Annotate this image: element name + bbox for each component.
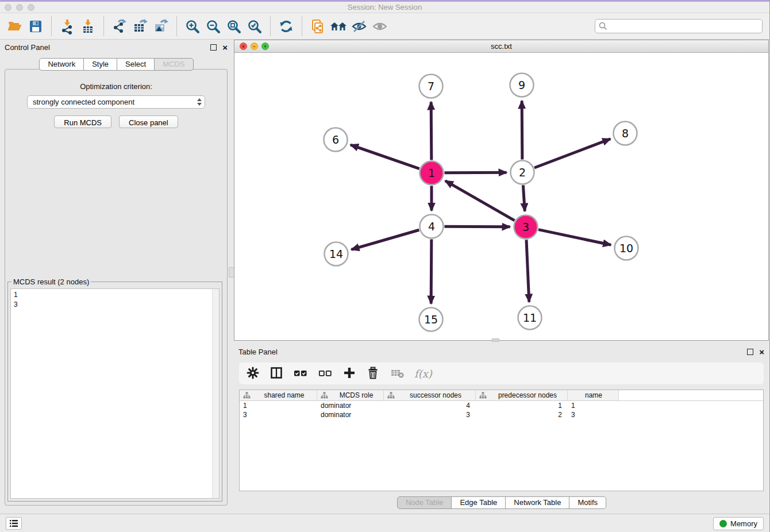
edge-4-15[interactable] bbox=[431, 239, 432, 303]
node-14[interactable]: 14 bbox=[325, 242, 348, 266]
control-panel-close-icon[interactable]: × bbox=[222, 44, 228, 51]
control-panel-float-icon[interactable] bbox=[210, 44, 217, 51]
export-table-icon[interactable] bbox=[130, 16, 151, 37]
hide-selected-icon[interactable] bbox=[349, 16, 369, 37]
tab-motifs[interactable]: Motifs bbox=[569, 496, 606, 509]
save-session-icon[interactable] bbox=[25, 16, 46, 37]
control-panel: Control Panel × NetworkStyleSelectMCDS O… bbox=[0, 40, 232, 514]
node-label: 14 bbox=[329, 248, 343, 260]
export-image-icon[interactable] bbox=[151, 16, 171, 37]
node-table: shared nameMCDS rolesuccessor nodesprede… bbox=[239, 390, 764, 491]
column-header-mcds-role[interactable]: MCDS role bbox=[317, 390, 384, 400]
select-all-icon[interactable] bbox=[293, 366, 308, 381]
network-window-title: scc.txt bbox=[234, 42, 768, 51]
first-neighbors-icon[interactable] bbox=[328, 16, 349, 37]
node-label: 3 bbox=[522, 221, 529, 233]
optimization-criterion-select[interactable]: strongly connected component bbox=[27, 95, 205, 109]
optimization-criterion-label: Optimization criterion: bbox=[5, 82, 227, 91]
tab-network-table[interactable]: Network Table bbox=[505, 496, 569, 509]
tab-edge-table[interactable]: Edge Table bbox=[451, 496, 506, 509]
edge-4-14[interactable] bbox=[351, 230, 419, 249]
column-label: name bbox=[571, 391, 616, 399]
tab-node-table[interactable]: Node Table bbox=[397, 496, 452, 509]
show-columns-icon[interactable] bbox=[270, 366, 283, 381]
table-row[interactable]: 3dominator323 bbox=[240, 410, 763, 419]
edge-2-8[interactable] bbox=[534, 139, 610, 168]
zoom-selected-icon[interactable] bbox=[244, 16, 265, 37]
table-cell: 1 bbox=[476, 401, 568, 410]
node-4[interactable]: 4 bbox=[420, 215, 444, 238]
node-label: 15 bbox=[424, 313, 438, 326]
node-label: 11 bbox=[523, 311, 537, 324]
search-input[interactable] bbox=[595, 19, 763, 33]
node-label: 9 bbox=[518, 79, 525, 91]
status-bar: Memory bbox=[0, 514, 769, 532]
column-header-shared-name[interactable]: shared name bbox=[240, 390, 317, 400]
node-10[interactable]: 10 bbox=[615, 237, 638, 260]
edge-1-6[interactable] bbox=[351, 145, 419, 169]
table-panel-close-icon[interactable]: × bbox=[759, 349, 764, 355]
tab-select[interactable]: Select bbox=[117, 58, 155, 71]
column-header-predecessor-nodes[interactable]: predecessor nodes bbox=[476, 390, 568, 400]
table-settings-gear-icon[interactable] bbox=[246, 366, 260, 381]
add-column-icon[interactable] bbox=[342, 366, 356, 381]
open-file-icon[interactable] bbox=[5, 16, 25, 37]
column-tree-icon bbox=[321, 392, 328, 399]
node-label: 2 bbox=[519, 166, 526, 179]
node-15[interactable]: 15 bbox=[419, 308, 443, 331]
refresh-layout-icon[interactable] bbox=[276, 16, 297, 37]
node-7[interactable]: 7 bbox=[419, 75, 443, 98]
node-11[interactable]: 11 bbox=[518, 306, 542, 330]
column-header-successor-nodes[interactable]: successor nodes bbox=[384, 390, 476, 400]
task-history-button[interactable] bbox=[6, 517, 22, 530]
edge-1-7[interactable] bbox=[431, 102, 432, 160]
node-8[interactable]: 8 bbox=[614, 122, 637, 145]
export-network-icon[interactable] bbox=[109, 16, 130, 37]
node-3[interactable]: 3 bbox=[514, 215, 538, 239]
node-2[interactable]: 2 bbox=[511, 161, 534, 184]
table-cell: dominator bbox=[317, 410, 384, 419]
edge-1-2[interactable] bbox=[444, 172, 506, 173]
zoom-in-icon[interactable] bbox=[182, 16, 203, 37]
table-panel-title: Table Panel bbox=[238, 348, 747, 356]
node-label: 4 bbox=[428, 220, 435, 233]
node-table-header: shared nameMCDS rolesuccessor nodesprede… bbox=[240, 390, 763, 401]
clone-network-icon[interactable] bbox=[307, 16, 328, 37]
delete-column-icon[interactable] bbox=[366, 366, 380, 381]
tab-network[interactable]: Network bbox=[39, 58, 84, 71]
run-mcds-button[interactable]: Run MCDS bbox=[54, 115, 111, 128]
table-row[interactable]: 1dominator411 bbox=[240, 401, 763, 410]
node-1[interactable]: 1 bbox=[420, 161, 444, 185]
horizontal-splitter-handle[interactable] bbox=[492, 338, 499, 342]
edge-2-3[interactable] bbox=[523, 185, 525, 211]
node-6[interactable]: 6 bbox=[324, 128, 348, 152]
mcds-result-list[interactable]: 13 bbox=[10, 288, 220, 499]
zoom-fit-icon[interactable] bbox=[224, 16, 244, 37]
edge-3-1[interactable] bbox=[445, 181, 515, 221]
edge-3-11[interactable] bbox=[526, 240, 529, 302]
result-scrollbar[interactable] bbox=[212, 289, 219, 498]
zoom-out-icon[interactable] bbox=[203, 16, 224, 37]
memory-button[interactable]: Memory bbox=[713, 517, 764, 530]
edge-3-10[interactable] bbox=[538, 230, 611, 245]
node-label: 7 bbox=[428, 80, 434, 92]
network-canvas[interactable]: 7968124314101511 bbox=[234, 53, 768, 340]
window-title: Session: New Session bbox=[0, 3, 769, 11]
import-network-icon[interactable] bbox=[57, 16, 78, 37]
main-toolbar bbox=[0, 13, 769, 40]
table-panel-float-icon[interactable] bbox=[747, 349, 753, 355]
node-9[interactable]: 9 bbox=[510, 74, 534, 97]
column-header-name[interactable]: name bbox=[568, 390, 619, 400]
edge-2-9[interactable] bbox=[522, 101, 522, 159]
import-table-icon[interactable] bbox=[78, 16, 98, 37]
table-cell: 4 bbox=[384, 401, 476, 410]
network-graph: 7968124314101511 bbox=[234, 53, 769, 341]
close-panel-button[interactable]: Close panel bbox=[119, 115, 178, 128]
control-panel-title: Control Panel bbox=[5, 43, 210, 52]
tab-style[interactable]: Style bbox=[83, 58, 117, 71]
result-item: 3 bbox=[14, 300, 216, 310]
edge-4-3[interactable] bbox=[444, 226, 510, 227]
tab-mcds[interactable]: MCDS bbox=[154, 58, 193, 71]
deselect-all-icon[interactable] bbox=[318, 366, 333, 381]
memory-status-icon bbox=[719, 520, 727, 527]
